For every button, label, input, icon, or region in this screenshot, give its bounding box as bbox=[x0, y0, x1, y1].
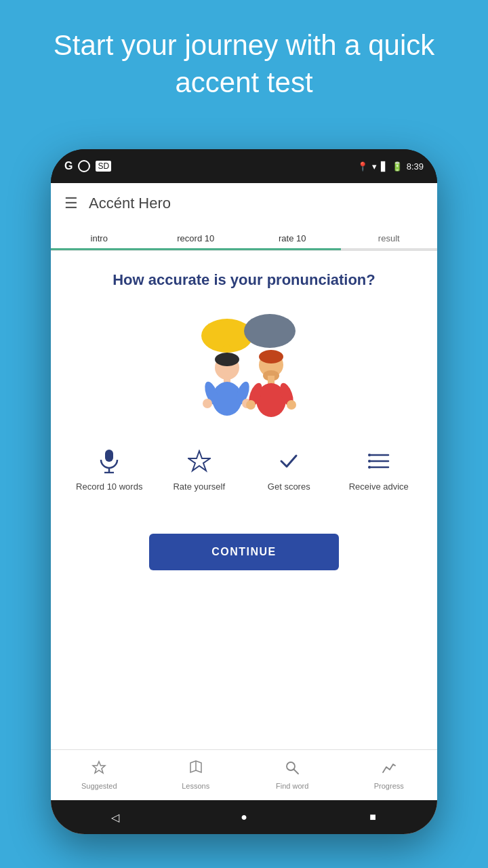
find-word-icon bbox=[285, 760, 300, 779]
phone-frame: G SD 📍 ▾ ▋ 🔋 8:39 ☰ Accént Hero intro re… bbox=[51, 149, 437, 834]
wifi-icon: ▾ bbox=[372, 161, 377, 172]
location-icon: 📍 bbox=[357, 161, 368, 172]
app-screen: ☰ Accént Hero intro record 10 rate 10 re… bbox=[51, 183, 437, 834]
svg-point-20 bbox=[287, 400, 296, 410]
check-icon bbox=[279, 448, 299, 475]
nav-find-word[interactable]: Find word bbox=[244, 750, 341, 800]
nav-suggested-label: Suggested bbox=[81, 782, 117, 790]
tabs-container: intro record 10 rate 10 result bbox=[51, 224, 437, 251]
step-record-label: Record 10 words bbox=[76, 481, 142, 493]
svg-point-10 bbox=[203, 399, 212, 408]
step-scores-label: Get scores bbox=[268, 481, 310, 493]
step-scores: Get scores bbox=[251, 448, 326, 493]
svg-point-29 bbox=[368, 460, 371, 462]
star-icon bbox=[188, 448, 211, 475]
menu-icon[interactable]: ☰ bbox=[64, 195, 78, 212]
nav-lessons-label: Lessons bbox=[182, 782, 209, 790]
android-nav-bar: ◁ ● ■ bbox=[51, 800, 437, 834]
signal-icon: ▋ bbox=[381, 161, 388, 172]
step-advice-label: Receive advice bbox=[349, 481, 409, 493]
illustration bbox=[176, 305, 312, 420]
nav-lessons[interactable]: Lessons bbox=[148, 750, 245, 800]
nav-suggested[interactable]: Suggested bbox=[51, 750, 148, 800]
status-bar-right: 📍 ▾ ▋ 🔋 8:39 bbox=[357, 161, 424, 172]
status-bar-left: G SD bbox=[64, 160, 111, 172]
svg-point-28 bbox=[368, 454, 371, 456]
status-bar: G SD 📍 ▾ ▋ 🔋 8:39 bbox=[51, 149, 437, 183]
microphone-icon bbox=[99, 448, 119, 475]
svg-point-5 bbox=[215, 353, 239, 366]
steps-row: Record 10 words Rate yourself bbox=[64, 441, 424, 500]
continue-button[interactable]: CONTINUE bbox=[149, 534, 339, 570]
background-header: Start your journey with a quick accent t… bbox=[0, 0, 488, 115]
battery-icon: 🔋 bbox=[392, 161, 403, 172]
top-bar: ☰ Accént Hero bbox=[51, 183, 437, 224]
home-button[interactable]: ● bbox=[234, 807, 254, 827]
step-advice: Receive advice bbox=[342, 448, 416, 493]
svg-rect-15 bbox=[268, 376, 274, 384]
nav-find-word-label: Find word bbox=[276, 782, 308, 790]
tab-rate[interactable]: rate 10 bbox=[244, 224, 341, 250]
app-title: Accént Hero bbox=[89, 195, 171, 212]
tab-intro[interactable]: intro bbox=[51, 224, 148, 250]
sd-icon: SD bbox=[96, 161, 111, 172]
svg-line-34 bbox=[294, 770, 299, 774]
tab-result[interactable]: result bbox=[341, 224, 438, 250]
svg-marker-31 bbox=[93, 762, 105, 773]
recent-button[interactable]: ■ bbox=[363, 807, 383, 827]
suggested-icon bbox=[92, 760, 106, 779]
svg-rect-21 bbox=[105, 450, 113, 462]
circle-icon bbox=[78, 160, 90, 172]
nav-progress-label: Progress bbox=[374, 782, 404, 790]
svg-marker-24 bbox=[188, 451, 210, 471]
step-rate: Rate yourself bbox=[162, 448, 237, 493]
clock: 8:39 bbox=[407, 161, 424, 172]
step-rate-label: Rate yourself bbox=[173, 481, 225, 493]
main-content: How accurate is your pronunciation? bbox=[51, 251, 437, 749]
progress-icon bbox=[382, 760, 396, 779]
tab-record[interactable]: record 10 bbox=[148, 224, 245, 250]
svg-point-19 bbox=[246, 400, 256, 410]
question-title: How accurate is your pronunciation? bbox=[113, 271, 375, 289]
svg-point-30 bbox=[368, 466, 371, 469]
back-button[interactable]: ◁ bbox=[105, 807, 125, 827]
nav-progress[interactable]: Progress bbox=[341, 750, 438, 800]
svg-point-13 bbox=[259, 350, 283, 363]
bottom-nav: Suggested Lessons Find bbox=[51, 749, 437, 800]
step-record: Record 10 words bbox=[72, 448, 146, 493]
list-icon bbox=[368, 448, 390, 475]
lessons-icon bbox=[188, 760, 203, 779]
google-icon: G bbox=[64, 160, 73, 172]
